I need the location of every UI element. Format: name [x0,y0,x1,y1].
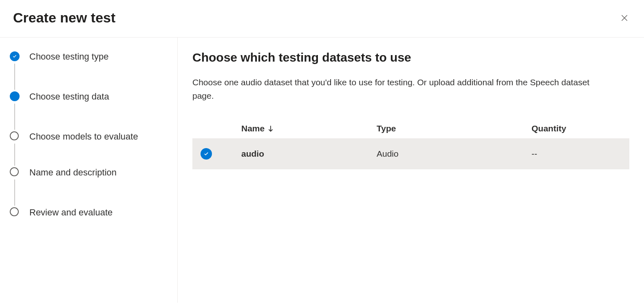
step-marker-pending-icon [10,131,19,140]
wizard-step-label: Choose testing data [29,91,126,103]
dialog-title: Create new test [13,10,115,26]
wizard-step-label: Review and evaluate [29,206,129,219]
row-quantity: -- [532,149,621,159]
column-header-quantity-label: Quantity [532,124,566,133]
wizard-step-name-description[interactable]: Name and description [10,166,168,179]
wizard-step-label: Choose testing type [29,51,125,63]
close-button[interactable] [618,11,631,24]
step-connector [10,143,168,166]
step-connector [10,103,168,131]
column-select [201,124,241,133]
row-type: Audio [377,149,532,159]
step-connector [10,179,168,206]
wizard-sidebar: Choose testing type Choose testing data … [0,38,178,303]
sort-ascending-icon [268,125,273,132]
step-connector [10,63,168,91]
dialog-body: Choose testing type Choose testing data … [0,38,644,303]
step-marker-current-icon [10,91,20,101]
table-header: Name Type Quantity [192,119,629,138]
step-marker-pending-icon [10,207,19,216]
wizard-step-review-evaluate[interactable]: Review and evaluate [10,206,168,219]
row-select-checkbox[interactable] [201,148,212,160]
main-content: Choose which testing datasets to use Cho… [178,38,644,303]
checkmark-icon [203,151,209,157]
column-header-name-label: Name [241,124,265,133]
wizard-step-choose-testing-type[interactable]: Choose testing type [10,51,168,63]
column-header-type[interactable]: Type [377,124,532,133]
wizard-step-choose-testing-data[interactable]: Choose testing data [10,91,168,103]
wizard-step-label: Name and description [29,166,133,179]
step-marker-completed-icon [10,51,20,61]
page-title: Choose which testing datasets to use [192,51,629,64]
wizard-step-choose-models[interactable]: Choose models to evaluate [10,131,168,143]
column-header-name[interactable]: Name [241,124,377,133]
row-name: audio [241,149,377,159]
page-description: Choose one audio dataset that you'd like… [192,76,600,102]
datasets-table: Name Type Quantity audio [192,119,629,169]
dialog-header: Create new test [0,0,644,38]
column-header-quantity[interactable]: Quantity [532,124,621,133]
column-header-type-label: Type [377,124,396,133]
step-marker-pending-icon [10,167,19,176]
close-icon [620,14,629,22]
wizard-steps: Choose testing type Choose testing data … [10,51,168,219]
wizard-step-label: Choose models to evaluate [29,131,154,143]
table-row[interactable]: audio Audio -- [192,138,629,169]
